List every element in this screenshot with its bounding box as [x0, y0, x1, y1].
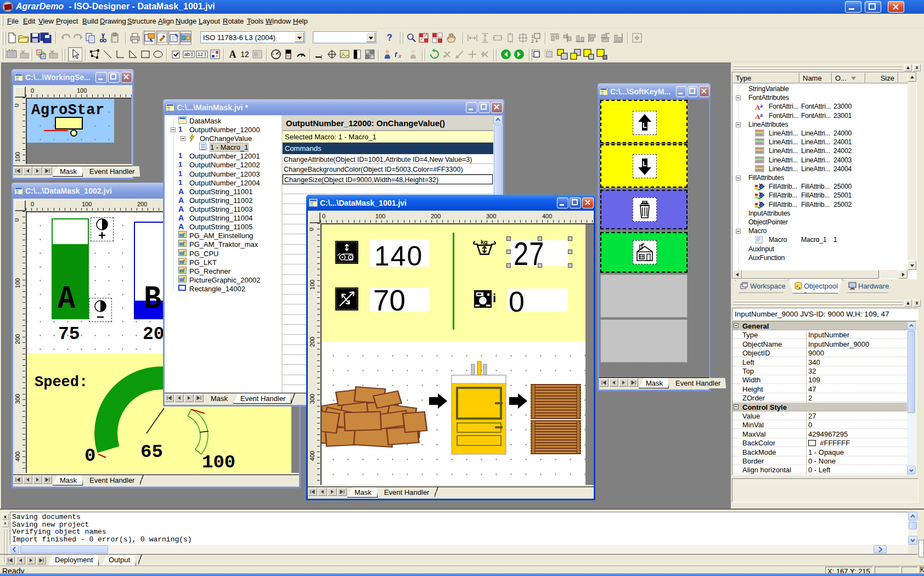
svg-text:kg: kg [481, 239, 488, 245]
svg-text:ab: ab [184, 52, 190, 57]
svg-text:a: a [760, 103, 763, 109]
svg-text:x: x [398, 53, 402, 59]
svg-text:R: R [254, 52, 258, 58]
svg-text:L: L [643, 160, 647, 168]
svg-text:f: f [395, 50, 398, 59]
svg-text:2: 2 [531, 38, 534, 43]
svg-text:L: L [643, 121, 647, 129]
svg-text:a: a [760, 112, 763, 118]
svg-text:12: 12 [198, 52, 203, 57]
